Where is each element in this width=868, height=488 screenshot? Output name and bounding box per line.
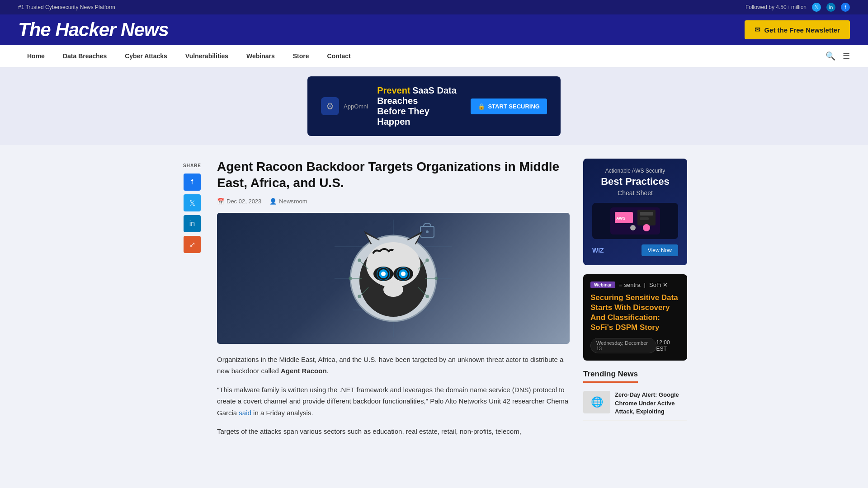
webinar-badge: Webinar bbox=[590, 282, 615, 288]
nav-home[interactable]: Home bbox=[18, 45, 54, 67]
svg-point-55 bbox=[630, 225, 636, 230]
wiz-logo: WIZ bbox=[592, 247, 604, 254]
svg-point-19 bbox=[426, 230, 429, 233]
sentra-ad[interactable]: Webinar ≡ sentra | SoFi ✕ Securing Sensi… bbox=[583, 274, 687, 361]
sentra-logo-text: ≡ sentra bbox=[619, 282, 640, 288]
share-more-button[interactable]: ⤢ bbox=[184, 236, 201, 253]
nav-contact[interactable]: Contact bbox=[318, 45, 360, 67]
svg-point-44 bbox=[358, 259, 361, 262]
svg-point-22 bbox=[366, 242, 420, 287]
svg-text:AWS: AWS bbox=[616, 216, 626, 221]
bold-term: Agent Racoon bbox=[281, 367, 327, 375]
share-linkedin-button[interactable]: in bbox=[184, 215, 201, 232]
lock-icon: 🔒 bbox=[478, 103, 485, 110]
top-bar-right: Followed by 4.50+ million 𝕏 in f bbox=[745, 3, 850, 12]
sentra-time: 12:00 EST bbox=[656, 339, 680, 352]
tagline: #1 Trusted Cybersecurity News Platform bbox=[18, 4, 115, 10]
trending-thumb: 🌐 bbox=[583, 391, 610, 413]
article-image bbox=[217, 213, 570, 344]
linkedin-icon[interactable]: in bbox=[826, 3, 835, 12]
share-sidebar: SHARE f 𝕏 in ⤢ bbox=[181, 159, 203, 445]
article-author: 👤 Newsroom bbox=[269, 198, 307, 205]
trending-item-title: Zero-Day Alert: Google Chrome Under Acti… bbox=[615, 391, 687, 416]
trending-title: Trending News bbox=[583, 370, 638, 383]
top-bar: #1 Trusted Cybersecurity News Platform F… bbox=[0, 0, 868, 14]
sentra-top: Webinar ≡ sentra | SoFi ✕ bbox=[590, 282, 680, 288]
aws-ad-title: Best Practices bbox=[592, 176, 678, 188]
ad-banner: ⚙ AppOmni Prevent SaaS Data Breaches Bef… bbox=[307, 76, 561, 136]
appomni-icon: ⚙ bbox=[321, 97, 339, 115]
ad-headline: Prevent SaaS Data Breaches bbox=[377, 85, 462, 106]
navigation: Home Data Breaches Cyber Attacks Vulnera… bbox=[0, 45, 868, 67]
newsletter-label: Get the Free Newsletter bbox=[764, 26, 840, 34]
aws-ad[interactable]: Actionable AWS Security Best Practices C… bbox=[583, 159, 687, 265]
svg-point-28 bbox=[401, 272, 406, 276]
aws-visual: AWS bbox=[592, 203, 678, 239]
menu-button[interactable]: ☰ bbox=[843, 51, 850, 61]
article-para3: Targets of the attacks span various sect… bbox=[217, 426, 570, 437]
svg-point-47 bbox=[426, 295, 429, 298]
sentra-title: Securing Sensitive Data Starts With Disc… bbox=[590, 293, 680, 333]
svg-point-48 bbox=[435, 277, 438, 280]
aws-ad-sub2: Cheat Sheet bbox=[592, 189, 678, 197]
facebook-icon[interactable]: f bbox=[841, 3, 850, 12]
share-facebook-button[interactable]: f bbox=[184, 174, 201, 191]
email-icon: ✉ bbox=[755, 26, 760, 34]
ad-banner-text: Prevent SaaS Data Breaches Before They H… bbox=[368, 85, 471, 127]
author-icon: 👤 bbox=[269, 198, 277, 205]
view-now-button[interactable]: View Now bbox=[642, 244, 678, 256]
raccoon-illustration bbox=[335, 220, 452, 337]
sofi-logo-text: SoFi ✕ bbox=[649, 282, 668, 288]
svg-rect-53 bbox=[640, 217, 649, 220]
nav-vulnerabilities[interactable]: Vulnerabilities bbox=[176, 45, 237, 67]
svg-point-46 bbox=[426, 259, 429, 262]
nav-webinars[interactable]: Webinars bbox=[237, 45, 284, 67]
trending-section: Trending News 🌐 Zero-Day Alert: Google C… bbox=[583, 370, 687, 421]
article-area: Agent Racoon Backdoor Targets Organizati… bbox=[217, 159, 570, 445]
twitter-icon[interactable]: 𝕏 bbox=[812, 3, 821, 12]
ad-cta-button[interactable]: 🔒 START SECURING bbox=[471, 99, 547, 114]
nav-links: Home Data Breaches Cyber Attacks Vulnera… bbox=[18, 45, 360, 67]
svg-rect-52 bbox=[640, 212, 653, 216]
share-twitter-button[interactable]: 𝕏 bbox=[184, 194, 201, 211]
share-label: SHARE bbox=[183, 163, 201, 168]
article-meta: 📅 Dec 02, 2023 👤 Newsroom bbox=[217, 198, 570, 205]
article-body: Organizations in the Middle East, Africa… bbox=[217, 354, 570, 437]
sentra-logos: ≡ sentra | SoFi ✕ bbox=[619, 282, 668, 288]
svg-point-45 bbox=[358, 295, 361, 298]
nav-icons: 🔍 ☰ bbox=[826, 51, 850, 61]
appomni-name: AppOmni bbox=[344, 103, 368, 110]
followers-text: Followed by 4.50+ million bbox=[745, 4, 807, 10]
ad-banner-wrapper: ⚙ AppOmni Prevent SaaS Data Breaches Bef… bbox=[0, 67, 868, 145]
trending-item[interactable]: 🌐 Zero-Day Alert: Google Chrome Under Ac… bbox=[583, 386, 687, 421]
said-link[interactable]: said bbox=[239, 409, 251, 417]
svg-point-32 bbox=[383, 282, 403, 297]
nav-data-breaches[interactable]: Data Breaches bbox=[54, 45, 116, 67]
aws-ad-sub: Actionable AWS Security bbox=[592, 168, 678, 174]
nav-cyber-attacks[interactable]: Cyber Attacks bbox=[116, 45, 176, 67]
svg-point-43 bbox=[349, 277, 352, 280]
article-title: Agent Racoon Backdoor Targets Organizati… bbox=[217, 159, 570, 192]
sentra-date: Wednesday, December 13 bbox=[590, 338, 656, 353]
article-date: 📅 Dec 02, 2023 bbox=[217, 198, 261, 205]
sentra-footer: Wednesday, December 13 12:00 EST bbox=[590, 338, 680, 353]
site-logo[interactable]: The Hacker News bbox=[18, 19, 169, 41]
header: The Hacker News ✉ Get the Free Newslette… bbox=[0, 14, 868, 45]
nav-store[interactable]: Store bbox=[284, 45, 318, 67]
article-para1: Organizations in the Middle East, Africa… bbox=[217, 354, 570, 377]
ad-sub: Before They Happen bbox=[377, 106, 462, 127]
appomni-logo: ⚙ AppOmni bbox=[321, 97, 368, 115]
search-button[interactable]: 🔍 bbox=[826, 51, 835, 61]
ad-highlight: Prevent bbox=[377, 85, 410, 95]
calendar-icon: 📅 bbox=[217, 198, 224, 205]
sidebar: Actionable AWS Security Best Practices C… bbox=[583, 159, 687, 445]
svg-point-26 bbox=[381, 272, 386, 276]
svg-point-54 bbox=[643, 224, 650, 231]
sentra-divider: | bbox=[644, 282, 646, 288]
article-para2: "This malware family is written using th… bbox=[217, 384, 570, 419]
ad-cta-label: START SECURING bbox=[488, 103, 540, 110]
wiz-row: WIZ View Now bbox=[592, 244, 678, 256]
main-layout: SHARE f 𝕏 in ⤢ Agent Racoon Backdoor Tar… bbox=[163, 145, 705, 458]
newsletter-button[interactable]: ✉ Get the Free Newsletter bbox=[745, 20, 850, 39]
